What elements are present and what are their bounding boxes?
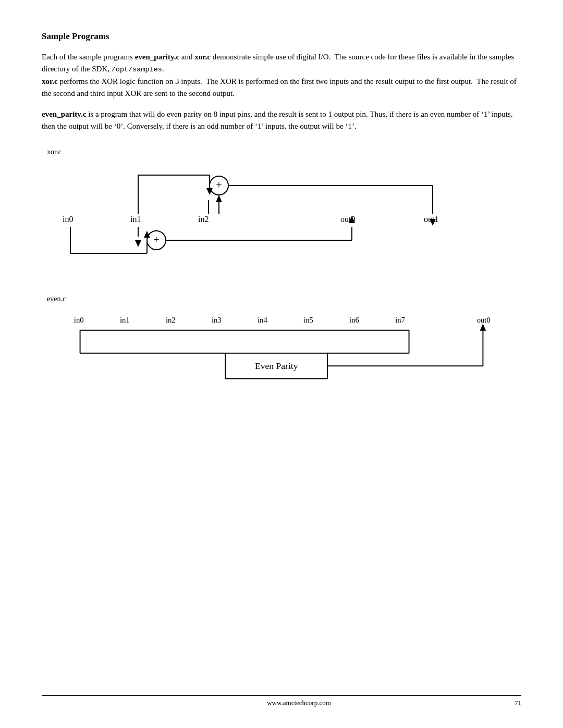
xor-diagram: in0 in1 in2 out0 out1 + + — [52, 159, 480, 274]
even-in2-label: in2 — [166, 316, 176, 324]
bold-xor-2: xor.c — [42, 77, 58, 85]
even-diagram-section: even.c in0 in1 in2 in3 in4 in5 in6 in7 o… — [42, 295, 521, 390]
code-path: /opt/samples — [112, 66, 162, 73]
even-in1-label: in1 — [120, 316, 130, 324]
xor-in0-label: in0 — [63, 215, 73, 224]
even-svg: in0 in1 in2 in3 in4 in5 in6 in7 out0 — [47, 306, 516, 390]
page: Sample Programs Each of the sample progr… — [0, 0, 563, 728]
svg-marker-24 — [480, 324, 486, 331]
even-in6-label: in6 — [349, 316, 359, 324]
even-in7-label: in7 — [395, 316, 405, 324]
bold-even-parity-2: even_parity.c — [42, 110, 86, 118]
paragraph-2: even_parity.c is a program that will do … — [42, 108, 521, 133]
even-diagram: in0 in1 in2 in3 in4 in5 in6 in7 out0 — [47, 306, 516, 390]
xor-label: xor.c — [47, 148, 521, 156]
bold-xor: xor.c — [194, 53, 211, 61]
even-in3-label: in3 — [212, 316, 222, 324]
xor-diagram-section: xor.c in0 in1 in2 out0 out1 — [42, 148, 521, 274]
xor-in2-label: in2 — [198, 215, 209, 224]
bold-even-parity: even_parity.c — [135, 53, 179, 61]
footer-url: www.amctechcorp.com — [83, 699, 515, 707]
section-title: Sample Programs — [42, 31, 521, 42]
even-in4-label: in4 — [258, 316, 267, 324]
paragraph-2-rest: is a program that will do even parity on… — [42, 110, 512, 130]
paragraph-1: Each of the sample programs even_parity.… — [42, 51, 521, 100]
xor-gate-bottom-symbol: + — [153, 234, 159, 245]
even-out0-label: out0 — [477, 316, 491, 324]
even-label: even.c — [47, 295, 521, 303]
even-in5-label: in5 — [303, 316, 313, 324]
xor-in1-label: in1 — [130, 215, 141, 224]
footer-page: 71 — [515, 699, 521, 707]
xor-gate-top-symbol: + — [216, 179, 222, 191]
even-in0-label: in0 — [74, 316, 84, 324]
footer: www.amctechcorp.com 71 — [42, 695, 521, 707]
even-parity-label: Even Parity — [255, 361, 298, 371]
svg-marker-5 — [135, 240, 141, 247]
xor-svg: in0 in1 in2 out0 out1 + + — [52, 159, 480, 274]
